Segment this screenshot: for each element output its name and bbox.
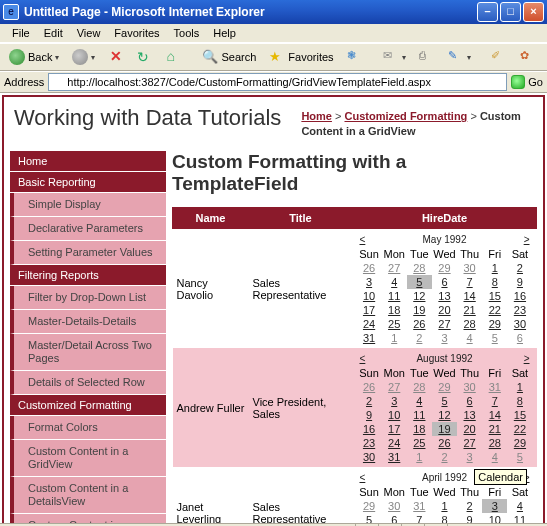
back-button[interactable]: Back▾ (4, 46, 64, 68)
cal-day[interactable]: 27 (432, 317, 457, 331)
cal-day[interactable]: 9 (507, 275, 532, 289)
home-button[interactable]: ⌂ (161, 46, 187, 68)
cal-day[interactable]: 3 (457, 450, 482, 464)
research-button[interactable]: ✿ (515, 46, 541, 68)
cal-day[interactable]: 9 (457, 513, 482, 523)
cal-day[interactable]: 1 (407, 450, 432, 464)
cal-day[interactable]: 28 (407, 261, 432, 275)
cal-day[interactable]: 25 (407, 436, 432, 450)
address-input[interactable] (48, 73, 507, 91)
cal-day[interactable]: 8 (482, 275, 507, 289)
cal-day[interactable]: 26 (357, 380, 382, 394)
cal-day[interactable]: 18 (407, 422, 432, 436)
cal-day[interactable]: 28 (457, 317, 482, 331)
cal-day[interactable]: 15 (482, 289, 507, 303)
sidebar-header[interactable]: Filtering Reports (10, 265, 166, 286)
sidebar-item[interactable]: Declarative Parameters (10, 217, 166, 241)
cal-day[interactable]: 1 (482, 261, 507, 275)
cal-prev[interactable]: < (357, 232, 382, 247)
cal-day[interactable]: 24 (357, 317, 382, 331)
mail-button[interactable]: ✉▾ (378, 46, 411, 68)
cal-day[interactable]: 1 (432, 499, 457, 513)
cal-day[interactable]: 3 (357, 275, 382, 289)
menu-tools[interactable]: Tools (168, 26, 206, 40)
cal-day[interactable]: 5 (507, 450, 532, 464)
cal-day[interactable]: 14 (482, 408, 507, 422)
sidebar-item[interactable]: Master/Detail Across Two Pages (10, 334, 166, 371)
cal-prev[interactable]: < (357, 470, 382, 485)
edit-button[interactable]: ✎▾ (443, 46, 476, 68)
cal-day[interactable]: 27 (382, 261, 407, 275)
cal-day[interactable]: 17 (382, 422, 407, 436)
cal-day[interactable]: 2 (457, 499, 482, 513)
go-button[interactable]: Go (511, 75, 543, 89)
cal-day[interactable]: 5 (482, 331, 507, 345)
calendar[interactable]: <August 1992>SunMonTueWedThuFriSat262728… (357, 351, 533, 464)
cal-day[interactable]: 13 (432, 289, 457, 303)
menu-edit[interactable]: Edit (38, 26, 69, 40)
sidebar-item[interactable]: Details of Selected Row (10, 371, 166, 395)
cal-day[interactable]: 20 (457, 422, 482, 436)
cal-day[interactable]: 31 (357, 331, 382, 345)
cal-day[interactable]: 4 (407, 394, 432, 408)
cal-day[interactable]: 2 (507, 261, 532, 275)
cal-day[interactable]: 29 (357, 499, 382, 513)
cal-day[interactable]: 21 (482, 422, 507, 436)
cal-day[interactable]: 8 (507, 394, 532, 408)
cal-day[interactable]: 5 (432, 394, 457, 408)
cal-day[interactable]: 26 (432, 436, 457, 450)
col-name[interactable]: Name (173, 208, 249, 229)
col-title[interactable]: Title (249, 208, 353, 229)
cal-day[interactable]: 1 (507, 380, 532, 394)
discuss-button[interactable]: ✐ (486, 46, 512, 68)
forward-button[interactable]: ▾ (67, 46, 100, 68)
cal-day[interactable]: 5 (407, 275, 432, 289)
cal-day[interactable]: 1 (382, 331, 407, 345)
cal-day[interactable]: 26 (407, 317, 432, 331)
sidebar-item[interactable]: Custom Content in a GridView (10, 440, 166, 477)
cal-day[interactable]: 29 (507, 436, 532, 450)
print-button[interactable]: ⎙ (414, 46, 440, 68)
cal-day[interactable]: 10 (357, 289, 382, 303)
cal-day[interactable]: 24 (382, 436, 407, 450)
sidebar-item[interactable]: Filter by Drop-Down List (10, 286, 166, 310)
cal-day[interactable]: 9 (357, 408, 382, 422)
cal-day[interactable]: 8 (432, 513, 457, 523)
cal-day[interactable]: 17 (357, 303, 382, 317)
cal-day[interactable]: 6 (382, 513, 407, 523)
minimize-button[interactable]: – (477, 2, 498, 22)
cal-day[interactable]: 18 (382, 303, 407, 317)
sidebar-item[interactable]: Custom Content in a (10, 514, 166, 523)
cal-day[interactable]: 6 (457, 394, 482, 408)
cal-day[interactable]: 10 (382, 408, 407, 422)
cal-day[interactable]: 4 (382, 275, 407, 289)
cal-day[interactable]: 16 (507, 289, 532, 303)
cal-day[interactable]: 14 (457, 289, 482, 303)
cal-day[interactable]: 22 (507, 422, 532, 436)
sidebar-item[interactable]: Setting Parameter Values (10, 241, 166, 265)
cal-day[interactable]: 3 (382, 394, 407, 408)
cal-day[interactable]: 19 (407, 303, 432, 317)
sidebar-item[interactable]: Master-Details-Details (10, 310, 166, 334)
cal-day[interactable]: 11 (507, 513, 532, 523)
sidebar-header[interactable]: Home (10, 151, 166, 172)
cal-day[interactable]: 7 (482, 394, 507, 408)
cal-day[interactable]: 4 (482, 450, 507, 464)
cal-day[interactable]: 27 (382, 380, 407, 394)
cal-day[interactable]: 31 (482, 380, 507, 394)
cal-day[interactable]: 5 (357, 513, 382, 523)
cal-day[interactable]: 2 (407, 331, 432, 345)
cal-day[interactable]: 11 (382, 289, 407, 303)
close-button[interactable]: × (523, 2, 544, 22)
cal-prev[interactable]: < (357, 351, 382, 366)
cal-day[interactable]: 3 (432, 331, 457, 345)
cal-day[interactable]: 28 (482, 436, 507, 450)
cal-day[interactable]: 2 (357, 394, 382, 408)
sidebar-item[interactable]: Simple Display (10, 193, 166, 217)
cal-day[interactable]: 30 (507, 317, 532, 331)
menu-favorites[interactable]: Favorites (108, 26, 165, 40)
cal-day[interactable]: 26 (357, 261, 382, 275)
cal-day[interactable]: 19 (432, 422, 457, 436)
history-button[interactable]: ❃ (342, 46, 368, 68)
refresh-button[interactable]: ↻ (132, 46, 158, 68)
